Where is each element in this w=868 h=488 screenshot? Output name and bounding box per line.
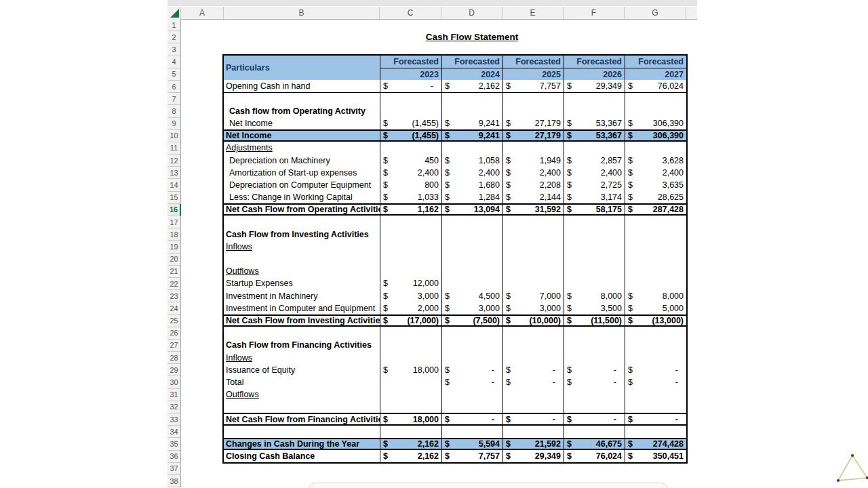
money-cell[interactable]: $- [625, 414, 686, 424]
money-cell[interactable]: $2,400 [441, 167, 502, 179]
money-cell[interactable]: $13,094 [441, 205, 502, 214]
money-cell[interactable] [380, 339, 441, 351]
money-cell[interactable] [502, 426, 564, 438]
money-cell[interactable]: $- [441, 364, 502, 376]
money-cell[interactable]: $1,680 [441, 179, 502, 191]
money-cell[interactable] [625, 105, 686, 117]
row-header-6[interactable]: 6 [167, 81, 181, 93]
row-label[interactable]: Net Income [224, 131, 380, 140]
money-cell[interactable]: $5,000 [625, 302, 686, 314]
money-cell[interactable] [502, 352, 564, 364]
money-cell[interactable] [441, 93, 502, 105]
row-header-2[interactable]: 2 [167, 31, 181, 43]
money-cell[interactable]: $- [564, 364, 625, 376]
header-forecasted-2025[interactable]: Forecasted [502, 56, 564, 68]
row-label[interactable]: Cash Flow from Financing Activities [224, 339, 380, 351]
money-cell[interactable] [625, 216, 686, 228]
money-cell[interactable]: $2,400 [502, 167, 564, 179]
row-label[interactable]: Changes in Cash During the Year [224, 439, 380, 449]
money-cell[interactable] [380, 105, 441, 117]
row-header-9[interactable]: 9 [167, 118, 181, 130]
row-label[interactable]: Issuance of Equity [224, 364, 380, 376]
money-cell[interactable]: $450 [380, 155, 441, 167]
money-cell[interactable] [625, 241, 686, 253]
money-cell[interactable] [441, 352, 502, 364]
money-cell[interactable]: $2,144 [502, 191, 564, 203]
money-cell[interactable]: $4,500 [441, 290, 502, 302]
row-header-26[interactable]: 26 [167, 327, 181, 340]
money-cell[interactable] [564, 142, 625, 154]
money-cell[interactable] [564, 228, 625, 241]
money-cell[interactable] [564, 105, 625, 117]
money-cell[interactable] [380, 376, 441, 388]
row-header-35[interactable]: 35 [167, 438, 181, 450]
row-label[interactable]: Net Cash Flow from Investing Activities [224, 316, 380, 325]
row-header-17[interactable]: 17 [167, 216, 181, 228]
money-cell[interactable] [564, 241, 625, 253]
money-cell[interactable]: $2,208 [502, 179, 564, 191]
row-header-4[interactable]: 4 [167, 56, 181, 68]
row-header-15[interactable]: 15 [167, 192, 181, 204]
row-header-38[interactable]: 38 [167, 475, 181, 487]
row-label[interactable]: Adjustments [224, 142, 380, 154]
money-cell[interactable]: $(10,000) [502, 316, 564, 325]
money-cell[interactable]: $- [625, 364, 686, 376]
column-header-B[interactable]: B [224, 7, 380, 19]
money-cell[interactable]: $21,592 [502, 439, 564, 449]
money-cell[interactable] [502, 253, 564, 265]
money-cell[interactable]: $29,349 [564, 80, 625, 92]
money-cell[interactable] [380, 253, 441, 265]
money-cell[interactable] [502, 327, 564, 339]
money-cell[interactable] [441, 241, 502, 253]
money-cell[interactable]: $1,058 [441, 155, 502, 167]
money-cell[interactable]: $28,625 [625, 191, 686, 203]
header-forecasted-2027[interactable]: Forecasted [625, 56, 686, 68]
money-cell[interactable] [380, 265, 441, 277]
row-label[interactable]: Depreciation on Machinery [224, 155, 380, 167]
column-header-G[interactable]: G [625, 7, 686, 19]
money-cell[interactable]: $2,162 [380, 439, 441, 449]
row-label[interactable]: Inflows [224, 241, 380, 253]
money-cell[interactable]: $274,428 [625, 439, 686, 449]
money-cell[interactable] [441, 339, 502, 351]
row-header-31[interactable]: 31 [167, 389, 181, 401]
money-cell[interactable]: $- [380, 80, 441, 92]
row-label[interactable]: Closing Cash Balance [224, 450, 380, 462]
column-header-D[interactable]: D [441, 7, 502, 19]
money-cell[interactable]: $1,162 [380, 205, 441, 214]
money-cell[interactable] [502, 228, 564, 241]
row-label[interactable]: Cash Flow from Investing Activities [224, 228, 380, 241]
row-label[interactable]: Investment in Machinery [224, 290, 380, 302]
money-cell[interactable]: $18,000 [380, 414, 441, 424]
money-cell[interactable]: $31,592 [502, 205, 564, 214]
row-header-29[interactable]: 29 [167, 364, 181, 376]
column-header-F[interactable]: F [564, 7, 625, 19]
money-cell[interactable]: $7,757 [502, 80, 564, 92]
money-cell[interactable] [502, 105, 564, 117]
money-cell[interactable]: $2,400 [380, 167, 441, 179]
money-cell[interactable] [441, 216, 502, 228]
header-year-2026[interactable]: 2026 [564, 68, 625, 80]
money-cell[interactable]: $8,000 [564, 290, 625, 302]
money-cell[interactable] [441, 426, 502, 438]
money-cell[interactable] [380, 241, 441, 253]
money-cell[interactable]: $9,241 [441, 117, 502, 129]
money-cell[interactable] [625, 253, 686, 265]
money-cell[interactable]: $3,000 [502, 302, 564, 314]
money-cell[interactable] [502, 142, 564, 154]
money-cell[interactable] [502, 277, 564, 289]
row-header-11[interactable]: 11 [167, 142, 181, 155]
money-cell[interactable]: $3,000 [380, 290, 441, 302]
money-cell[interactable]: $7,757 [441, 450, 502, 462]
money-cell[interactable]: $3,174 [564, 191, 625, 203]
column-header-partial[interactable] [686, 7, 697, 19]
row-header-27[interactable]: 27 [167, 340, 181, 352]
row-label[interactable]: Depreciation on Computer Equipment [224, 179, 380, 191]
money-cell[interactable]: $76,024 [564, 450, 625, 462]
column-header-A[interactable]: A [181, 7, 224, 19]
money-cell[interactable]: $- [564, 376, 625, 388]
money-cell[interactable] [441, 142, 502, 154]
row-header-19[interactable]: 19 [167, 241, 181, 253]
money-cell[interactable]: $3,500 [564, 302, 625, 314]
money-cell[interactable]: $76,024 [625, 80, 686, 92]
